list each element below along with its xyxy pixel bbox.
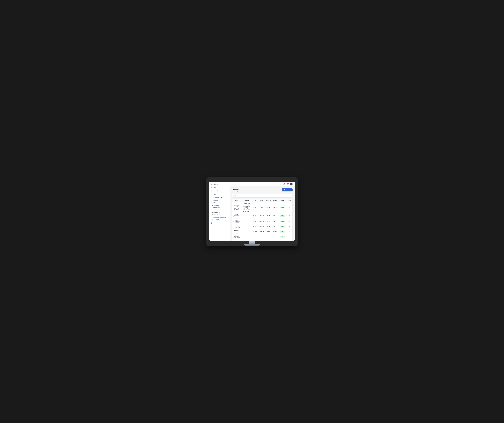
cell-status: ACTIVE bbox=[279, 235, 287, 239]
cell-action[interactable]: ✏ bbox=[287, 218, 293, 224]
product-icon: 🛒 bbox=[211, 190, 213, 192]
cell-name: ANU TOOLS AND SERVICE CENTER bbox=[232, 202, 241, 213]
cell-name: Action Construction Equipment bbox=[232, 218, 241, 224]
cell-address bbox=[241, 229, 252, 235]
sidebar-sub-unit-measure-label: Unit Measure bbox=[212, 205, 219, 206]
cell-state: GUJRAT bbox=[258, 229, 265, 235]
status-badge: ACTIVE bbox=[280, 226, 285, 228]
sidebar-sub-purchase-inquiry[interactable]: Purchase Inquiry bbox=[209, 211, 230, 214]
edit-button[interactable]: ✏ bbox=[289, 207, 290, 208]
page-header: Vendor Dashboard + New Vendor bbox=[232, 188, 293, 193]
cell-country: INDIA bbox=[265, 235, 272, 239]
notification-bell[interactable]: 99+ bbox=[287, 183, 288, 185]
sidebar-item-product-label: Product bbox=[213, 190, 218, 192]
table-row: Allarakhu Fakirmahmad SURAT GUJRAT INDIA… bbox=[232, 224, 293, 229]
new-vendor-button[interactable]: + New Vendor bbox=[282, 188, 293, 192]
sidebar-sub-payment-scheduler[interactable]: Payment Schedular bbox=[209, 218, 230, 221]
notification-count: 99+ bbox=[287, 183, 289, 184]
chevron-icon: › bbox=[228, 184, 228, 185]
sidebar-sub-purchase-invoice-payment[interactable]: Purchase Invoice Payment bbox=[209, 216, 230, 218]
cell-pincode: 395007 bbox=[272, 218, 279, 224]
camera-dot bbox=[252, 180, 252, 181]
edit-button[interactable]: ✏ bbox=[289, 226, 290, 227]
sidebar-sub-purchase-inquiry-label: Purchase Inquiry bbox=[212, 212, 221, 213]
cell-country: INDIA bbox=[265, 229, 272, 235]
avatar[interactable]: N bbox=[290, 183, 293, 186]
cell-action[interactable]: ✏ bbox=[287, 229, 293, 235]
rmc-icon: ⚙ bbox=[211, 193, 213, 195]
cell-action[interactable]: ✏ bbox=[287, 213, 293, 218]
cell-city: SURAT bbox=[252, 202, 258, 213]
page-title: Vendor bbox=[232, 188, 239, 191]
col-country: Country bbox=[265, 199, 272, 202]
search-input[interactable] bbox=[235, 195, 291, 197]
sidebar-item-bank-label: Bank bbox=[213, 187, 216, 188]
stand-neck bbox=[249, 241, 255, 244]
cell-address bbox=[241, 218, 252, 224]
cell-city: SURAT bbox=[252, 239, 258, 241]
cell-name: Amardeep Aggregates Pvt Ltd bbox=[232, 229, 241, 235]
main-content: 99+ N Vendor Dashboard + New Vendor 🔍 bbox=[230, 182, 295, 241]
translate-icon[interactable] bbox=[279, 183, 282, 186]
app-container: ▣ Expense › 🏦 Bank › 🛒 Product › ⚙ RMC bbox=[209, 182, 295, 241]
cell-address bbox=[241, 224, 252, 229]
chevron-icon: › bbox=[228, 187, 228, 188]
cell-status: ACTIVE bbox=[279, 229, 287, 235]
table-row: Action Construction Equipment SURAT GUJR… bbox=[232, 218, 293, 224]
cell-country: INDIA bbox=[265, 213, 272, 218]
cell-pincode: 395007 bbox=[272, 239, 279, 241]
col-state: State bbox=[258, 199, 265, 202]
mail-icon[interactable] bbox=[283, 183, 286, 186]
sidebar-item-labour-label: Labour bbox=[213, 222, 217, 224]
col-city: City bbox=[252, 199, 258, 202]
cell-state: Gujrat bbox=[258, 202, 265, 213]
sidebar-sub-invoice-address[interactable]: Invoice Address bbox=[209, 209, 230, 211]
cell-pincode: 395007 bbox=[272, 235, 279, 239]
cell-city: SURAT bbox=[252, 218, 258, 224]
sidebar-item-rmc-label: RMC bbox=[213, 193, 216, 195]
sidebar-item-purchase-order[interactable]: 📄 Purchase Order ⌄ bbox=[209, 196, 230, 199]
edit-button[interactable]: ✏ bbox=[289, 215, 290, 216]
sidebar-sub-unit-measure[interactable]: Unit Measure bbox=[209, 204, 230, 206]
sidebar-sub-payment-mode[interactable]: Payment Mode bbox=[209, 206, 230, 209]
sidebar-item-expense[interactable]: ▣ Expense › bbox=[209, 183, 230, 186]
table-row: Anu Tools And Serivce Center SURAT GUJRA… bbox=[232, 239, 293, 241]
cell-pincode: 395007 bbox=[272, 213, 279, 218]
sidebar-sub-purchase-order[interactable]: Purchase Order bbox=[209, 199, 230, 201]
sidebar-item-product[interactable]: 🛒 Product › bbox=[209, 189, 230, 193]
cell-action[interactable]: ✏ bbox=[287, 224, 293, 229]
cell-country: INDIA bbox=[265, 239, 272, 241]
cell-country: INDIA bbox=[265, 224, 272, 229]
cell-address bbox=[241, 235, 252, 239]
chevron-down-icon: ⌄ bbox=[227, 197, 228, 198]
sidebar-item-rmc[interactable]: ⚙ RMC › bbox=[209, 193, 230, 196]
cell-country: INDIA bbox=[265, 218, 272, 224]
edit-button[interactable]: ✏ bbox=[289, 231, 290, 233]
edit-button[interactable]: ✏ bbox=[289, 221, 290, 222]
cell-status: ACTIVE bbox=[279, 224, 287, 229]
sidebar-sub-purchase-invoice-payment-label: Purchase Invoice Payment bbox=[212, 217, 226, 218]
sidebar-sub-payment-mode-label: Payment Mode bbox=[212, 207, 220, 208]
cell-state: GUJRAT bbox=[258, 218, 265, 224]
sidebar-sub-payment-scheduler-label: Payment Schedular bbox=[212, 219, 222, 220]
chevron-icon: › bbox=[228, 193, 228, 195]
monitor-stand bbox=[209, 241, 295, 246]
edit-button[interactable]: ✏ bbox=[289, 236, 290, 238]
status-badge: ACTIVE bbox=[280, 215, 285, 217]
sidebar-item-purchase-order-label: Purchase Order bbox=[213, 197, 222, 198]
sidebar-item-bank[interactable]: 🏦 Bank › bbox=[209, 186, 230, 189]
cell-action[interactable]: ✏ bbox=[287, 239, 293, 241]
table-row: ANU TOOLS AND SERVICE CENTER SHOP NO, 5 … bbox=[232, 202, 293, 213]
labour-icon: 👤 bbox=[211, 222, 213, 224]
cell-action[interactable]: ✏ bbox=[287, 202, 293, 213]
sidebar-sub-purchase-invoice[interactable]: Purchase Invoice bbox=[209, 214, 230, 216]
cell-address bbox=[241, 239, 252, 241]
cell-action[interactable]: ✏ bbox=[287, 235, 293, 239]
col-action: Action bbox=[287, 199, 293, 202]
cell-country: India bbox=[265, 202, 272, 213]
sidebar-sub-vendor[interactable]: Vendor bbox=[209, 201, 230, 204]
sidebar-item-labour[interactable]: 👤 Labour › bbox=[209, 221, 230, 225]
cell-name: Allarakhu Fakirmahmad bbox=[232, 224, 241, 229]
status-badge: ACTIVE bbox=[280, 207, 285, 208]
bank-icon: 🏦 bbox=[211, 187, 213, 188]
